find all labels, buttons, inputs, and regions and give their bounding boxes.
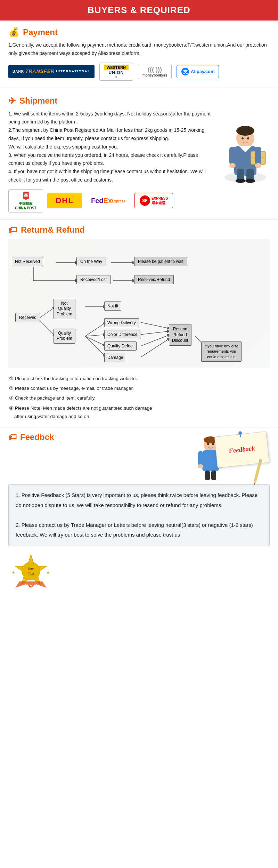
node-wrong-delivery: Wrong Delivery (104, 318, 139, 327)
payment-title: 💰 Payment (8, 27, 270, 38)
shipment-para1: 1. We will sent the items within 2-5days… (8, 110, 214, 127)
refund-title: 🏷 Return& Refund (8, 225, 270, 235)
feedback-card-text: Feedback (228, 444, 255, 455)
feedback-icon: 🏷 (8, 432, 17, 442)
svg-rect-14 (255, 147, 261, 165)
note-3: ③ Check the package and Item, carefully. (8, 394, 270, 402)
note-2: ② Please contact us by meesage, e-mail, … (8, 384, 270, 393)
feedback-illustration: Feedback (193, 432, 270, 481)
sf-express-logo: SF EXPRESS顺丰速运 (134, 193, 173, 208)
page-header: BUYERS & REQUIRED (0, 0, 278, 21)
node-quality-defect: Quality Defect (104, 341, 137, 351)
shipment-section: ✈ Shipment 1. We will sent the items wit… (0, 89, 278, 218)
svg-point-45 (207, 443, 209, 445)
svg-point-54 (22, 562, 40, 580)
badge-svg: ★ ★ ★ Your Text ★ ★ ★ (8, 553, 54, 591)
node-not-quality: NotQualityProblem (54, 299, 75, 319)
node-quality-problem: QualityProblem (54, 329, 75, 344)
svg-text:★: ★ (47, 571, 50, 574)
shipment-icon: ✈ (8, 96, 16, 106)
fedex-logo: FedEx Express (86, 193, 130, 208)
svg-point-46 (212, 443, 214, 445)
shipment-title-text: Shipment (19, 96, 57, 106)
payment-section: 💰 Payment 1.Generally, we accept the fol… (0, 21, 278, 86)
svg-point-18 (247, 137, 249, 139)
svg-text:Text: Text (28, 571, 34, 575)
bank-transfer-logo: BANK TRANSFER INTERNATIONAL (8, 65, 95, 78)
person-svg (221, 115, 270, 184)
node-not-received: Not Received (12, 257, 43, 266)
note-1: ① Please check the tracking in formation… (8, 375, 270, 383)
refund-title-text: Return& Refund (21, 225, 85, 235)
svg-text:★: ★ (12, 571, 15, 574)
feedback-header: 🏷 Feedbck (8, 432, 270, 481)
moneybookers-logo: ((( ))) moneybookers (138, 64, 172, 79)
western-union-logo: WESTERN UNION II (99, 63, 133, 81)
feedback-para2: 2. Please contact us by Trade Manager or… (16, 520, 262, 540)
node-resend-refund: ResendRefundDiscount (169, 324, 191, 346)
svg-text:支: 支 (183, 69, 188, 74)
dhl-logo: DHL (47, 193, 82, 208)
shipment-para4: 4. If you have not got it within the shi… (8, 168, 214, 184)
shipment-para3: 3. When you receive the items you ordere… (8, 151, 214, 168)
payment-logos: BANK TRANSFER INTERNATIONAL WESTERN UNIO… (8, 63, 270, 81)
svg-text:★ ★ ★: ★ ★ ★ (26, 584, 35, 587)
header-title: BUYERS & REQUIRED (88, 5, 190, 15)
shipment-para2: 2.The shipment by China Post Registered … (8, 126, 214, 151)
payment-body: 1.Generally, we accept the following pay… (8, 41, 270, 58)
svg-text:Your: Your (28, 567, 34, 570)
svg-marker-50 (253, 481, 256, 486)
shipment-illustration (214, 110, 270, 184)
carrier-logos: 📮 中国邮政CHINA POST DHL FedEx Express SF EX… (8, 189, 270, 212)
alipay-logo: 支 Alipay.com (177, 65, 219, 78)
svg-marker-51 (253, 483, 255, 486)
feedback-title: 🏷 Feedbck (8, 432, 54, 442)
refund-icon: 🏷 (8, 225, 17, 235)
svg-rect-48 (240, 434, 241, 437)
node-on-the-way: On the Way (76, 257, 106, 266)
node-received-refund: Received/Refund (134, 275, 174, 284)
node-please-wait: Please be patient to wait (134, 257, 187, 266)
svg-rect-39 (198, 451, 203, 466)
payment-icon: 💰 (8, 27, 19, 38)
feedback-body: 1. Positive Feedback (5 Stars) is very i… (8, 484, 270, 546)
node-color-difference: Color Difference (104, 330, 140, 339)
node-damage: Damage (104, 353, 126, 362)
shipment-title: ✈ Shipment (8, 96, 270, 106)
svg-rect-13 (229, 147, 236, 165)
node-received-lost: Received/Lost (76, 275, 111, 284)
feedback-section: 🏷 Feedbck (0, 429, 278, 549)
node-not-fit: Not fit (104, 302, 121, 311)
shipment-content: 1. We will sent the items within 2-5days… (8, 110, 270, 184)
svg-point-15 (229, 163, 236, 168)
bottom-badge-area: ★ ★ ★ Your Text ★ ★ ★ (0, 549, 278, 598)
payment-text: 1.Generally, we accept the following pay… (8, 41, 270, 58)
svg-rect-44 (211, 471, 216, 480)
shipment-text: 1. We will sent the items within 2-5days… (8, 110, 214, 184)
svg-point-6 (236, 179, 245, 183)
refund-section: 🏷 Return& Refund (0, 221, 278, 426)
refund-notes: ① Please check the tracking in formation… (8, 371, 270, 421)
gold-badge: ★ ★ ★ Your Text ★ ★ ★ (8, 553, 54, 591)
chinapost-logo: 📮 中国邮政CHINA POST (8, 189, 43, 212)
node-received: Received (15, 313, 40, 322)
note-4: ④ Please Note: Men made defects are not … (8, 404, 270, 421)
svg-point-41 (198, 464, 203, 468)
svg-point-17 (242, 137, 244, 139)
svg-point-7 (245, 179, 255, 183)
node-else-requirements: If you have any elserequirements youcoul… (201, 341, 242, 362)
feedback-title-text: Feedbck (20, 432, 54, 442)
svg-point-16 (255, 163, 261, 168)
feedback-para1: 1. Positive Feedback (5 Stars) is very i… (16, 490, 262, 510)
svg-point-9 (236, 126, 254, 136)
payment-title-text: Payment (23, 27, 58, 37)
svg-rect-43 (205, 471, 210, 480)
flowchart-container: Not Received On the Way Please be patien… (8, 239, 270, 368)
